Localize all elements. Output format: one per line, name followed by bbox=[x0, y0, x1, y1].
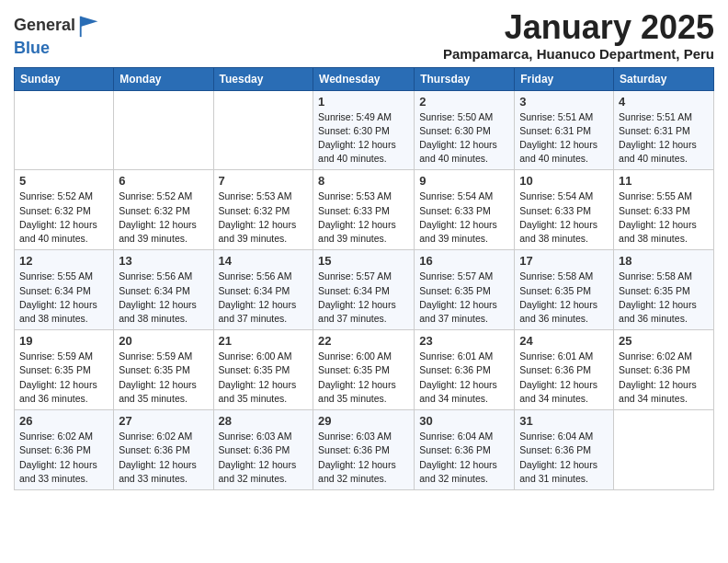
calendar-cell: 29Sunrise: 6:03 AM Sunset: 6:36 PM Dayli… bbox=[313, 410, 415, 490]
calendar-cell: 6Sunrise: 5:52 AM Sunset: 6:32 PM Daylig… bbox=[114, 170, 213, 250]
col-sunday: Sunday bbox=[15, 67, 114, 90]
svg-marker-0 bbox=[81, 17, 98, 27]
calendar-week-5: 26Sunrise: 6:02 AM Sunset: 6:36 PM Dayli… bbox=[15, 410, 714, 490]
day-info: Sunrise: 6:00 AM Sunset: 6:35 PM Dayligh… bbox=[219, 350, 309, 406]
calendar-cell bbox=[114, 90, 213, 170]
logo-flag-icon bbox=[77, 13, 103, 39]
day-info: Sunrise: 6:04 AM Sunset: 6:36 PM Dayligh… bbox=[519, 430, 609, 486]
day-info: Sunrise: 5:56 AM Sunset: 6:34 PM Dayligh… bbox=[219, 270, 309, 326]
day-info: Sunrise: 5:51 AM Sunset: 6:31 PM Dayligh… bbox=[519, 110, 609, 167]
day-number: 5 bbox=[19, 174, 108, 188]
logo-text: General Blue bbox=[14, 13, 103, 58]
calendar-cell: 23Sunrise: 6:01 AM Sunset: 6:36 PM Dayli… bbox=[415, 330, 515, 410]
day-info: Sunrise: 5:51 AM Sunset: 6:31 PM Dayligh… bbox=[619, 110, 709, 167]
day-info: Sunrise: 5:58 AM Sunset: 6:35 PM Dayligh… bbox=[519, 270, 609, 326]
calendar-cell: 20Sunrise: 5:59 AM Sunset: 6:35 PM Dayli… bbox=[114, 330, 213, 410]
day-info: Sunrise: 6:02 AM Sunset: 6:36 PM Dayligh… bbox=[19, 430, 108, 486]
calendar-cell: 16Sunrise: 5:57 AM Sunset: 6:35 PM Dayli… bbox=[415, 250, 515, 330]
day-number: 15 bbox=[318, 254, 409, 268]
calendar-cell: 14Sunrise: 5:56 AM Sunset: 6:34 PM Dayli… bbox=[213, 250, 313, 330]
calendar-cell: 21Sunrise: 6:00 AM Sunset: 6:35 PM Dayli… bbox=[213, 330, 313, 410]
calendar-week-4: 19Sunrise: 5:59 AM Sunset: 6:35 PM Dayli… bbox=[15, 330, 714, 410]
calendar-cell: 26Sunrise: 6:02 AM Sunset: 6:36 PM Dayli… bbox=[15, 410, 114, 490]
day-number: 4 bbox=[619, 95, 709, 109]
day-number: 8 bbox=[318, 174, 409, 188]
calendar-week-2: 5Sunrise: 5:52 AM Sunset: 6:32 PM Daylig… bbox=[15, 170, 714, 250]
calendar-cell: 4Sunrise: 5:51 AM Sunset: 6:31 PM Daylig… bbox=[614, 90, 714, 170]
calendar-cell: 30Sunrise: 6:04 AM Sunset: 6:36 PM Dayli… bbox=[415, 410, 515, 490]
day-number: 9 bbox=[419, 174, 509, 188]
calendar-cell: 1Sunrise: 5:49 AM Sunset: 6:30 PM Daylig… bbox=[313, 90, 415, 170]
day-info: Sunrise: 5:53 AM Sunset: 6:33 PM Dayligh… bbox=[318, 190, 409, 246]
day-info: Sunrise: 5:52 AM Sunset: 6:32 PM Dayligh… bbox=[19, 190, 108, 246]
day-number: 31 bbox=[519, 414, 609, 428]
day-number: 6 bbox=[119, 174, 208, 188]
day-info: Sunrise: 6:00 AM Sunset: 6:35 PM Dayligh… bbox=[318, 350, 409, 406]
day-number: 13 bbox=[119, 254, 208, 268]
calendar-cell: 9Sunrise: 5:54 AM Sunset: 6:33 PM Daylig… bbox=[415, 170, 515, 250]
day-number: 22 bbox=[318, 334, 409, 348]
day-info: Sunrise: 5:54 AM Sunset: 6:33 PM Dayligh… bbox=[519, 190, 609, 246]
day-number: 23 bbox=[419, 334, 509, 348]
day-info: Sunrise: 5:49 AM Sunset: 6:30 PM Dayligh… bbox=[318, 110, 409, 167]
calendar-cell: 24Sunrise: 6:01 AM Sunset: 6:36 PM Dayli… bbox=[515, 330, 614, 410]
logo: General Blue bbox=[14, 13, 103, 58]
day-info: Sunrise: 6:03 AM Sunset: 6:36 PM Dayligh… bbox=[219, 430, 309, 486]
col-monday: Monday bbox=[114, 67, 213, 90]
day-number: 11 bbox=[619, 174, 709, 188]
col-tuesday: Tuesday bbox=[213, 67, 313, 90]
day-info: Sunrise: 6:02 AM Sunset: 6:36 PM Dayligh… bbox=[619, 350, 709, 406]
day-info: Sunrise: 5:59 AM Sunset: 6:35 PM Dayligh… bbox=[119, 350, 208, 406]
day-number: 25 bbox=[619, 334, 709, 348]
day-number: 2 bbox=[419, 95, 509, 109]
day-info: Sunrise: 5:55 AM Sunset: 6:33 PM Dayligh… bbox=[619, 190, 709, 246]
calendar-cell bbox=[15, 90, 114, 170]
calendar-week-3: 12Sunrise: 5:55 AM Sunset: 6:34 PM Dayli… bbox=[15, 250, 714, 330]
calendar-cell: 31Sunrise: 6:04 AM Sunset: 6:36 PM Dayli… bbox=[515, 410, 614, 490]
day-number: 30 bbox=[419, 414, 509, 428]
col-wednesday: Wednesday bbox=[313, 67, 415, 90]
day-info: Sunrise: 6:01 AM Sunset: 6:36 PM Dayligh… bbox=[419, 350, 509, 406]
day-info: Sunrise: 5:55 AM Sunset: 6:34 PM Dayligh… bbox=[19, 270, 108, 326]
day-info: Sunrise: 5:57 AM Sunset: 6:35 PM Dayligh… bbox=[419, 270, 509, 326]
location-subtitle: Pampamarca, Huanuco Department, Peru bbox=[443, 46, 714, 62]
day-info: Sunrise: 5:58 AM Sunset: 6:35 PM Dayligh… bbox=[619, 270, 709, 326]
day-number: 27 bbox=[119, 414, 208, 428]
col-saturday: Saturday bbox=[614, 67, 714, 90]
day-info: Sunrise: 5:53 AM Sunset: 6:32 PM Dayligh… bbox=[219, 190, 309, 246]
day-number: 21 bbox=[219, 334, 309, 348]
calendar-cell: 18Sunrise: 5:58 AM Sunset: 6:35 PM Dayli… bbox=[614, 250, 714, 330]
calendar-cell: 11Sunrise: 5:55 AM Sunset: 6:33 PM Dayli… bbox=[614, 170, 714, 250]
day-info: Sunrise: 5:50 AM Sunset: 6:30 PM Dayligh… bbox=[419, 110, 509, 167]
calendar-cell: 7Sunrise: 5:53 AM Sunset: 6:32 PM Daylig… bbox=[213, 170, 313, 250]
calendar-cell: 25Sunrise: 6:02 AM Sunset: 6:36 PM Dayli… bbox=[614, 330, 714, 410]
day-info: Sunrise: 6:02 AM Sunset: 6:36 PM Dayligh… bbox=[119, 430, 208, 486]
day-info: Sunrise: 6:03 AM Sunset: 6:36 PM Dayligh… bbox=[318, 430, 409, 486]
calendar-week-1: 1Sunrise: 5:49 AM Sunset: 6:30 PM Daylig… bbox=[15, 90, 714, 170]
day-number: 16 bbox=[419, 254, 509, 268]
calendar-cell: 8Sunrise: 5:53 AM Sunset: 6:33 PM Daylig… bbox=[313, 170, 415, 250]
day-number: 19 bbox=[19, 334, 108, 348]
day-number: 26 bbox=[19, 414, 108, 428]
month-title: January 2025 bbox=[443, 9, 714, 46]
day-info: Sunrise: 5:59 AM Sunset: 6:35 PM Dayligh… bbox=[19, 350, 108, 406]
page-header: General Blue January 2025 Pampamarca, Hu… bbox=[14, 9, 714, 62]
header-row: Sunday Monday Tuesday Wednesday Thursday… bbox=[15, 67, 714, 90]
day-number: 17 bbox=[519, 254, 609, 268]
day-number: 20 bbox=[119, 334, 208, 348]
day-info: Sunrise: 6:01 AM Sunset: 6:36 PM Dayligh… bbox=[519, 350, 609, 406]
calendar-cell bbox=[614, 410, 714, 490]
day-number: 18 bbox=[619, 254, 709, 268]
day-number: 28 bbox=[219, 414, 309, 428]
calendar-cell: 2Sunrise: 5:50 AM Sunset: 6:30 PM Daylig… bbox=[415, 90, 515, 170]
day-number: 14 bbox=[219, 254, 309, 268]
title-block: January 2025 Pampamarca, Huanuco Departm… bbox=[443, 9, 714, 62]
day-number: 24 bbox=[519, 334, 609, 348]
calendar-cell: 27Sunrise: 6:02 AM Sunset: 6:36 PM Dayli… bbox=[114, 410, 213, 490]
day-number: 10 bbox=[519, 174, 609, 188]
col-friday: Friday bbox=[515, 67, 614, 90]
calendar-cell: 22Sunrise: 6:00 AM Sunset: 6:35 PM Dayli… bbox=[313, 330, 415, 410]
logo-blue: Blue bbox=[14, 39, 50, 58]
calendar-cell: 12Sunrise: 5:55 AM Sunset: 6:34 PM Dayli… bbox=[15, 250, 114, 330]
calendar-cell: 17Sunrise: 5:58 AM Sunset: 6:35 PM Dayli… bbox=[515, 250, 614, 330]
